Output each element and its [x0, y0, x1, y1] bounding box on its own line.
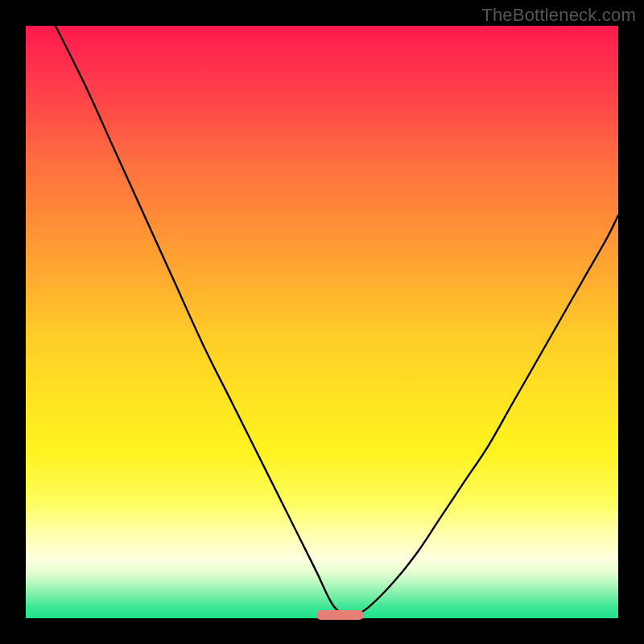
curve-left-branch [56, 26, 352, 618]
plot-area [26, 26, 618, 618]
bottleneck-curve [26, 26, 618, 618]
chart-frame: TheBottleneck.com [0, 0, 644, 644]
watermark-text: TheBottleneck.com [481, 5, 636, 26]
optimal-marker-pill [316, 610, 364, 620]
curve-right-branch [352, 216, 618, 619]
